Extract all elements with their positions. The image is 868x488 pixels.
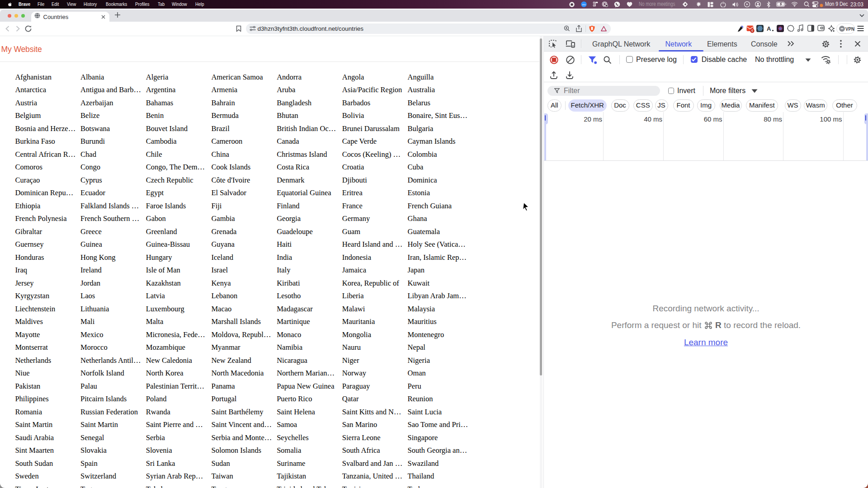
- svg-text:zm: zm: [582, 3, 586, 6]
- svg-text:A: A: [767, 25, 771, 32]
- svg-text:6: 6: [751, 29, 753, 32]
